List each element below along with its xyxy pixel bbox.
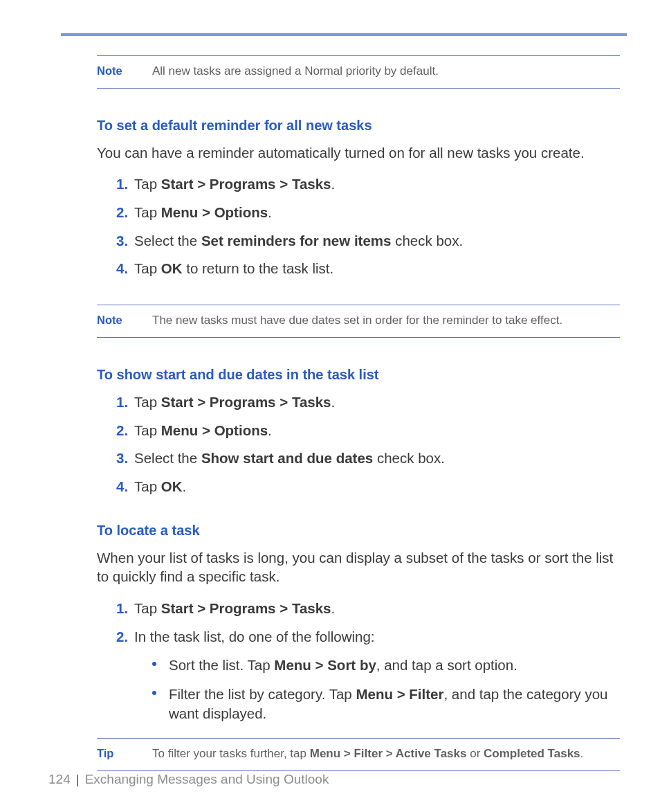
- step-item: 4. Tap OK to return to the task list.: [116, 259, 620, 278]
- step-text: Tap OK to return to the task list.: [134, 260, 333, 276]
- page-container: Note All new tasks are assigned a Normal…: [0, 0, 660, 771]
- section-heading: To set a default reminder for all new ta…: [97, 118, 620, 134]
- footer-divider: |: [76, 772, 80, 787]
- body-paragraph: When your list of tasks is long, you can…: [97, 548, 620, 586]
- step-number: 2.: [116, 203, 131, 222]
- top-horizontal-rule: [61, 33, 627, 36]
- step-item: 2. Tap Menu > Options.: [116, 203, 620, 222]
- step-text: Tap Start > Programs > Tasks.: [134, 600, 335, 616]
- page-number: 124: [48, 772, 71, 787]
- chapter-title: Exchanging Messages and Using Outlook: [85, 772, 329, 787]
- note-block: Note The new tasks must have due dates s…: [97, 305, 620, 338]
- step-item: 4. Tap OK.: [116, 477, 620, 496]
- note-block: Note All new tasks are assigned a Normal…: [97, 55, 620, 89]
- ordered-steps: 1. Tap Start > Programs > Tasks. 2. In t…: [97, 599, 620, 723]
- sub-bullet-item: Filter the list by category. Tap Menu > …: [152, 685, 620, 723]
- note-label: Note: [97, 63, 152, 80]
- ordered-steps: 1. Tap Start > Programs > Tasks. 2. Tap …: [97, 174, 620, 278]
- step-item: 3. Select the Show start and due dates c…: [116, 449, 620, 468]
- sub-bullet-item: Sort the list. Tap Menu > Sort by, and t…: [152, 656, 620, 675]
- note-text: All new tasks are assigned a Normal prio…: [152, 63, 620, 80]
- sub-bullet-text: Filter the list by category. Tap Menu > …: [169, 686, 608, 721]
- step-item: 2. Tap Menu > Options.: [116, 421, 620, 440]
- note-text: The new tasks must have due dates set in…: [152, 312, 620, 329]
- step-text: Select the Set reminders for new items c…: [134, 233, 463, 249]
- step-text: Tap Start > Programs > Tasks.: [134, 176, 335, 192]
- bullet-icon: [152, 691, 156, 695]
- section-heading: To show start and due dates in the task …: [97, 367, 620, 383]
- step-number: 1.: [116, 599, 131, 618]
- step-item: 1. Tap Start > Programs > Tasks.: [116, 174, 620, 194]
- step-text: Tap Menu > Options.: [134, 204, 272, 220]
- content-area: Note All new tasks are assigned a Normal…: [62, 55, 627, 771]
- step-item: 1. Tap Start > Programs > Tasks.: [116, 599, 620, 618]
- section-heading: To locate a task: [97, 523, 620, 539]
- step-number: 1.: [116, 393, 131, 412]
- step-number: 4.: [116, 477, 131, 496]
- sub-bullet-list: Sort the list. Tap Menu > Sort by, and t…: [134, 656, 620, 723]
- body-paragraph: You can have a reminder automatically tu…: [97, 143, 620, 163]
- step-number: 4.: [116, 259, 131, 278]
- step-text: Select the Show start and due dates chec…: [134, 450, 445, 466]
- tip-label: Tip: [97, 746, 152, 762]
- step-item: 1. Tap Start > Programs > Tasks.: [116, 393, 620, 412]
- page-footer: 124 | Exchanging Messages and Using Outl…: [48, 772, 329, 787]
- step-number: 3.: [116, 231, 131, 251]
- bullet-icon: [152, 662, 156, 666]
- tip-block: Tip To filter your tasks further, tap Me…: [97, 738, 620, 771]
- step-text: Tap Start > Programs > Tasks.: [134, 394, 335, 410]
- step-text: Tap OK.: [134, 478, 186, 494]
- step-text: In the task list, do one of the followin…: [134, 629, 375, 644]
- sub-bullet-text: Sort the list. Tap Menu > Sort by, and t…: [169, 657, 517, 673]
- step-number: 2.: [116, 627, 131, 647]
- step-number: 1.: [116, 174, 131, 194]
- step-number: 2.: [116, 421, 131, 440]
- tip-text: To filter your tasks further, tap Menu >…: [152, 746, 620, 762]
- step-number: 3.: [116, 449, 131, 468]
- step-item: 2. In the task list, do one of the follo…: [116, 627, 620, 723]
- step-text: Tap Menu > Options.: [134, 422, 272, 438]
- ordered-steps: 1. Tap Start > Programs > Tasks. 2. Tap …: [97, 393, 620, 496]
- note-label: Note: [97, 312, 152, 329]
- step-item: 3. Select the Set reminders for new item…: [116, 231, 620, 251]
